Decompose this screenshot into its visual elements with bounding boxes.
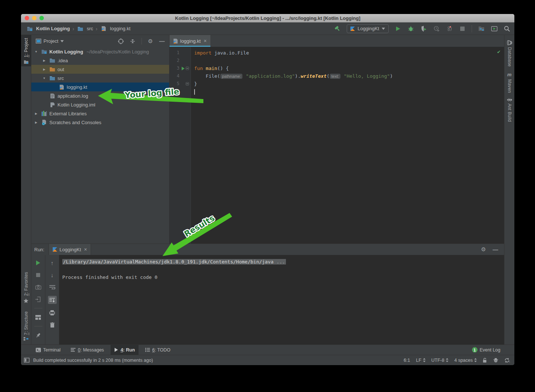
tree-item-label: .idea — [57, 58, 68, 63]
toolwindow-tab-messages[interactable]: 0: Messages — [67, 345, 108, 355]
tree-item-project-root[interactable]: ▼ Kotlin Logging ~/IdeaProjects/Kotlin L… — [31, 47, 169, 56]
hector-inspection-icon[interactable] — [493, 358, 499, 363]
toolwindow-tab-favorites-label[interactable]: 2: Favorites — [24, 272, 29, 296]
camera-icon[interactable] — [35, 284, 42, 290]
toolwindow-tab-terminal[interactable]: Terminal — [32, 345, 64, 355]
tree-item-label: src — [57, 76, 64, 81]
tree-item-logging-kt[interactable]: logging.kt — [31, 83, 169, 91]
scroll-to-end-icon[interactable] — [48, 296, 57, 304]
event-count-badge: 1 — [472, 347, 478, 353]
project-structure-icon[interactable] — [478, 25, 485, 32]
run-console[interactable]: /Library/Java/JavaVirtualMachines/jdk1.8… — [59, 255, 504, 344]
enter-icon[interactable] — [35, 296, 42, 302]
star-icon[interactable] — [24, 298, 28, 303]
search-everywhere-icon[interactable] — [503, 25, 511, 32]
toolwindow-tab-maven[interactable]: m Maven — [507, 67, 512, 93]
unlock-icon[interactable] — [483, 358, 487, 363]
coverage-button[interactable] — [420, 25, 427, 32]
run-button[interactable] — [394, 25, 402, 32]
profiler-button[interactable] — [433, 25, 440, 32]
debug-button[interactable] — [407, 25, 415, 32]
run-tab-label: LoggingKt — [59, 247, 81, 252]
caret-position-widget[interactable]: 6:1 — [404, 358, 410, 363]
run-line-icon[interactable] — [182, 67, 185, 70]
build-hammer-icon[interactable] — [334, 25, 341, 32]
clear-console-icon[interactable] — [49, 322, 56, 328]
attach-debugger-icon[interactable] — [446, 25, 453, 32]
libraries-icon — [41, 111, 48, 116]
updown-icon — [474, 358, 477, 362]
gear-icon[interactable]: ⚙ — [481, 246, 486, 253]
toolwindow-tab-project[interactable]: 1: Project — [21, 35, 31, 66]
gear-icon[interactable]: ⚙ — [148, 38, 153, 45]
line-separator-widget[interactable]: LF — [416, 358, 426, 363]
restore-layout-icon[interactable] — [490, 25, 498, 32]
chevron-expanded-icon[interactable]: ▼ — [33, 50, 39, 53]
status-message[interactable]: Build completed successfully in 2 s 208 … — [33, 358, 153, 363]
chevron-collapsed-icon[interactable]: ▶ — [33, 121, 39, 124]
down-stack-trace-icon[interactable]: ↓ — [49, 272, 56, 278]
run-toolwindow: Run: LoggingKt × ⚙ — — [31, 244, 504, 344]
excluded-folder-icon — [49, 67, 56, 72]
titlebar[interactable]: Kotlin Logging [~/IdeaProjects/Kotlin Lo… — [21, 14, 514, 22]
pin-icon[interactable] — [35, 332, 42, 339]
toolwindow-tab-run[interactable]: 4: Run — [111, 345, 139, 355]
chevron-collapsed-icon[interactable]: ▶ — [33, 112, 39, 115]
toolwindow-tab-database[interactable]: Database — [507, 35, 512, 67]
toolwindow-tab-structure-label[interactable]: 7: Structure — [24, 311, 29, 335]
editor-tab-logging-kt[interactable]: logging.kt × — [169, 35, 210, 47]
breadcrumb-folder[interactable]: src — [87, 26, 93, 31]
chevron-expanded-icon[interactable]: ▼ — [41, 77, 47, 80]
tree-item-idea-folder[interactable]: ▶ .idea — [31, 56, 169, 65]
chevron-down-icon[interactable] — [60, 40, 64, 42]
tree-item-iml-file[interactable]: Kotlin Logging.iml — [31, 100, 169, 109]
tree-item-application-log[interactable]: application.log — [31, 91, 169, 100]
fold-region-icon[interactable] — [186, 82, 189, 85]
toolwindow-tab-ant[interactable]: Ant Build — [507, 93, 512, 122]
up-stack-trace-icon[interactable]: ↑ — [49, 259, 56, 266]
tree-item-src-folder[interactable]: ▼ src — [31, 74, 169, 83]
kotlin-file-icon — [173, 38, 178, 44]
hide-panel-icon[interactable]: — — [159, 38, 165, 44]
encoding-widget[interactable]: UTF-8 — [431, 358, 448, 363]
rerun-button[interactable] — [35, 259, 42, 266]
source-folder-icon — [49, 76, 56, 81]
close-icon[interactable]: × — [84, 246, 87, 252]
project-icon — [24, 60, 29, 64]
chevron-collapsed-icon[interactable]: ▶ — [41, 59, 47, 62]
toolwindow-tab-project-label: 1: Project — [24, 38, 29, 57]
code-editor[interactable]: ✔ 1import java.io.File 2 3fun main() { 4… — [169, 47, 504, 244]
line-number-current: 6 — [169, 88, 179, 95]
print-icon[interactable] — [49, 309, 56, 316]
run-tab-loggingkt[interactable]: LoggingKt × — [49, 244, 91, 255]
console-line-command[interactable]: /Library/Java/JavaVirtualMachines/jdk1.8… — [62, 258, 504, 266]
folder-icon — [77, 25, 84, 32]
locate-file-icon[interactable] — [118, 38, 124, 44]
indent-widget[interactable]: 4 spaces — [454, 358, 477, 363]
run-configuration-label: LoggingKt — [357, 26, 379, 31]
layout-icon[interactable] — [35, 314, 42, 321]
tree-item-scratches[interactable]: ▶ Scratches and Consoles — [31, 118, 169, 127]
breadcrumb-project[interactable]: Kotlin Logging — [36, 26, 70, 31]
stop-button[interactable] — [35, 272, 42, 278]
toolwindow-tab-todo[interactable]: 6: TODO — [141, 345, 174, 355]
statusbar: Build completed successfully in 2 s 208 … — [21, 355, 514, 365]
tree-item-out-folder[interactable]: ▶ out — [31, 65, 169, 74]
soft-wrap-icon[interactable] — [49, 284, 56, 290]
event-log-widget[interactable]: 1 Event Log — [472, 347, 509, 353]
structure-icon[interactable] — [24, 337, 28, 342]
toolwindow-toggle-icon[interactable] — [24, 358, 29, 363]
stop-button[interactable] — [459, 25, 466, 32]
breadcrumb-file[interactable]: logging.kt — [110, 26, 130, 31]
collapse-all-icon[interactable] — [130, 39, 135, 44]
refresh-question-icon[interactable]: ? — [504, 358, 510, 363]
hide-panel-icon[interactable]: — — [493, 246, 498, 253]
close-icon[interactable]: × — [204, 38, 207, 44]
module-file-icon — [49, 102, 56, 108]
tree-item-external-libraries[interactable]: ▶ External Libraries — [31, 109, 169, 118]
project-panel-title[interactable]: Project — [43, 38, 58, 44]
chevron-collapsed-icon[interactable]: ▶ — [41, 68, 47, 71]
fold-region-icon[interactable] — [186, 67, 189, 70]
window-title: Kotlin Logging [~/IdeaProjects/Kotlin Lo… — [21, 15, 514, 21]
run-configuration-select[interactable]: LoggingKt — [347, 24, 389, 33]
